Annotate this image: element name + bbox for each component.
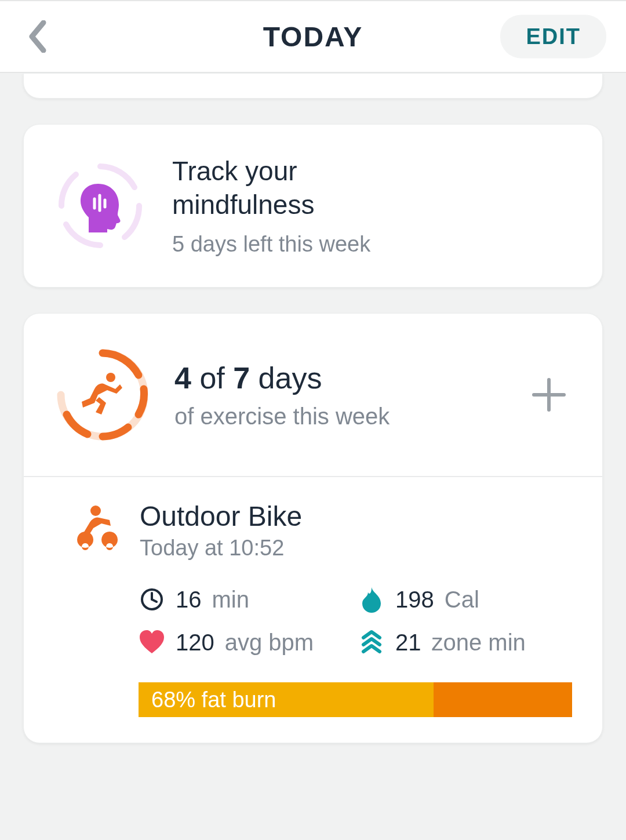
stat-duration-unit: min [212,587,249,613]
stat-calories-value: 198 [395,587,434,613]
cycling-icon [68,503,123,558]
plus-icon [532,377,566,412]
exercise-subtitle: of exercise this week [174,403,390,430]
exercise-of-word: of [199,361,224,395]
previous-card-peek[interactable] [23,73,603,99]
runner-icon [82,373,122,414]
stat-duration-value: 16 [176,587,202,613]
flame-icon [358,586,385,613]
stat-heart-rate: 120 avg bpm [139,629,352,656]
exercise-progress-ring [54,346,151,443]
exercise-days-total: 7 [233,361,250,395]
exercise-summary-row[interactable]: 4 of 7 days of exercise this week [24,314,602,477]
mindfulness-title-line2: mindfulness [172,190,314,220]
workout-timestamp: Today at 10:52 [140,536,302,561]
edit-button[interactable]: EDIT [500,15,606,59]
workout-entry[interactable]: Outdoor Bike Today at 10:52 16 min 198 [24,477,602,743]
scroll-area[interactable]: Track your mindfulness 5 days left this … [0,73,626,766]
svg-line-9 [152,599,156,602]
svg-point-6 [90,506,101,516]
mindfulness-text: Track your mindfulness 5 days left this … [172,155,370,257]
stat-zone-unit: zone min [432,630,526,656]
exercise-ring-icon [54,346,151,443]
workout-name: Outdoor Bike [140,500,302,532]
exercise-summary-text: 4 of 7 days of exercise this week [174,361,390,430]
chevron-left-icon [27,20,47,53]
exercise-card[interactable]: 4 of 7 days of exercise this week [23,313,603,743]
heart-icon [139,629,165,656]
page-title: TODAY [263,21,363,53]
clock-icon [139,586,165,613]
stat-zone-minutes: 21 zone min [358,629,572,656]
svg-point-3 [106,373,115,382]
mindfulness-ring-icon [54,159,147,252]
workout-header: Outdoor Bike Today at 10:52 [68,500,572,561]
stat-duration: 16 min [139,586,352,613]
mindfulness-card[interactable]: Track your mindfulness 5 days left this … [23,124,603,288]
exercise-days-word: days [259,361,322,395]
fatburn-label: 68% fat burn [139,688,276,712]
stat-calories-unit: Cal [445,587,479,613]
zone-icon [358,629,385,656]
stat-bpm-unit: avg bpm [225,630,314,656]
stat-zone-value: 21 [395,630,421,656]
exercise-days-completed: 4 [174,361,191,395]
add-exercise-button[interactable] [528,374,570,416]
back-button[interactable] [20,16,54,57]
mindfulness-title-line1: Track your [172,156,297,186]
workout-stats: 16 min 198 Cal 120 avg bpm [68,586,572,656]
mindfulness-progress-ring [54,159,147,252]
mindfulness-subtitle: 5 days left this week [172,232,370,257]
stat-calories: 198 Cal [358,586,572,613]
fatburn-bar: 68% fat burn [139,682,572,717]
stat-bpm-value: 120 [176,630,214,656]
app-header: TODAY EDIT [0,0,626,73]
